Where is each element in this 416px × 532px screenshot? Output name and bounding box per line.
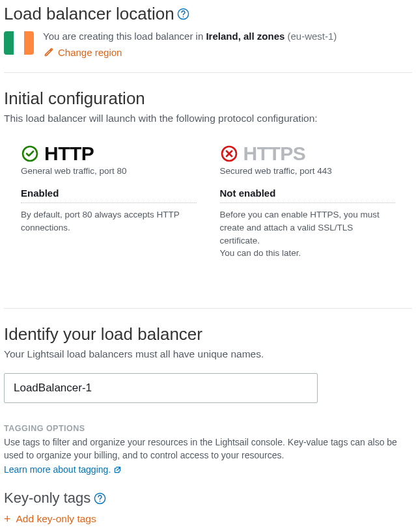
change-region-button[interactable]: Change region [43,47,122,58]
protocol-https-desc: Secured web traffic, port 443 [220,166,396,176]
protocol-http-desc: General web traffic, port 80 [21,166,197,176]
protocol-http-status: Enabled [21,188,197,203]
region-flag-icon [4,31,34,55]
location-description: You are creating this load balancer in I… [43,29,337,43]
section-divider [4,72,412,73]
tagging-options-desc: Use tags to filter and organize your res… [4,436,412,462]
add-key-only-tags-button[interactable]: + Add key-only tags [4,513,96,525]
protocol-http-name: HTTP [44,143,94,165]
location-title-text: Load balancer location [4,4,174,24]
check-circle-icon [21,145,39,163]
protocol-https-status: Not enabled [220,188,396,203]
protocol-https-help: Before you can enable HTTPS, you must cr… [220,208,396,259]
external-link-icon [113,466,122,474]
config-subtitle: This load balancer will launch with the … [4,113,412,124]
help-icon[interactable] [93,492,106,505]
plus-icon: + [4,513,11,525]
svg-point-1 [183,16,184,18]
svg-point-5 [99,501,100,502]
learn-more-tagging-link[interactable]: Learn more about tagging. [4,464,122,475]
location-row: You are creating this load balancer in I… [4,29,412,61]
protocol-http-card: HTTP General web traffic, port 80 Enable… [21,143,197,259]
help-icon[interactable] [177,8,190,21]
protocol-https-name: HTTPS [243,143,306,165]
section-divider [4,308,412,309]
tagging-options-label: TAGGING OPTIONS [4,424,412,433]
location-section-title: Load balancer location [4,4,412,24]
x-circle-icon [220,145,238,163]
identify-desc: Your Lightsail load balancers must all h… [4,348,412,360]
identify-section-title: Identify your load balancer [4,324,412,344]
protocol-http-help: By default, port 80 always accepts HTTP … [21,208,197,234]
config-section-title: Initial configuration [4,89,412,109]
key-only-tags-title: Key-only tags [4,490,412,507]
protocol-https-card: HTTPS Secured web traffic, port 443 Not … [220,143,396,259]
change-region-label: Change region [58,47,122,58]
load-balancer-name-input[interactable] [4,373,318,403]
